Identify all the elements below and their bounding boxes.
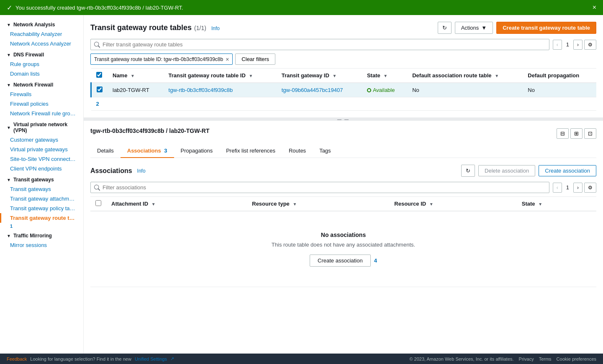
sidebar-item-tgw-attachments[interactable]: Transit gateway attachments [0, 194, 83, 204]
chevron-down-icon: ▼ [481, 25, 487, 31]
status-label: Available [373, 87, 395, 93]
tab-routes[interactable]: Routes [282, 144, 313, 158]
sidebar-section-label: Transit gateways [13, 177, 54, 183]
view-split-horizontal-button[interactable]: ⊟ [557, 128, 569, 139]
col-state-label: State [367, 72, 380, 79]
sidebar-item-tgw-policy-tables[interactable]: Transit gateway policy tables [0, 204, 83, 213]
external-link-icon: ↗ [170, 356, 174, 361]
remove-filter-button[interactable]: × [226, 56, 229, 63]
unified-settings-link[interactable]: Unified Settings [135, 356, 167, 361]
sidebar-item-transit-gateways[interactable]: Transit gateways [0, 184, 83, 194]
sidebar-item-domain-lists[interactable]: Domain lists [0, 69, 83, 79]
detail-tabs: Details Associations 3 Propagations Pref… [90, 144, 596, 158]
sort-icon: ▼ [495, 74, 499, 78]
delete-association-button[interactable]: Delete association [478, 165, 535, 176]
sidebar: ▼ Network Analysis Reachability Analyzer… [0, 15, 84, 354]
cookie-link[interactable]: Cookie preferences [557, 356, 596, 361]
sidebar-section-label: Network Firewall [13, 82, 53, 88]
assoc-refresh-button[interactable]: ↻ [461, 165, 475, 177]
sort-icon: ▼ [249, 74, 253, 78]
chevron-down-icon: ▼ [7, 125, 11, 130]
refresh-button[interactable]: ↻ [438, 22, 452, 34]
empty-state-title: No associations [104, 232, 583, 238]
create-association-button-header[interactable]: Create association [539, 165, 596, 176]
sidebar-section-dns-firewall[interactable]: ▼ DNS Firewall [0, 48, 83, 59]
sidebar-section-network-firewall[interactable]: ▼ Network Firewall [0, 79, 83, 89]
select-all-checkbox[interactable] [96, 72, 102, 78]
create-route-table-button[interactable]: Create transit gateway route table [496, 22, 596, 34]
actions-button[interactable]: Actions ▼ [455, 22, 493, 34]
sidebar-item-nfw-rule-groups[interactable]: Network Firewall rule groups [0, 109, 83, 118]
sidebar-item-reachability-analyzer[interactable]: Reachability Analyzer [0, 29, 83, 39]
assoc-prev-page-button[interactable]: ‹ [553, 183, 562, 193]
privacy-link[interactable]: Privacy [519, 356, 534, 361]
resource-title: tgw-rtb-0b3cff03c4f939c8b / lab20-TGW-RT [90, 127, 209, 134]
tab-associations[interactable]: Associations 3 [121, 144, 174, 158]
tab-details[interactable]: Details [90, 144, 121, 158]
prev-page-button[interactable]: ‹ [553, 40, 562, 50]
status-dot-icon [367, 88, 371, 92]
resize-handle[interactable]: — — [84, 117, 603, 121]
sidebar-item-customer-gateways[interactable]: Customer gateways [0, 135, 83, 145]
tab-tags[interactable]: Tags [313, 144, 337, 158]
assoc-filter-row: ‹ 1 › ⚙ [90, 182, 596, 193]
create-association-button-empty[interactable]: Create association [310, 255, 371, 267]
next-page-button[interactable]: › [573, 40, 582, 50]
clear-filters-button[interactable]: Clear filters [235, 53, 275, 65]
success-message: You successfully created tgw-rtb-0b3cff0… [15, 5, 183, 11]
footer-right: © 2023, Amazon Web Services, Inc. or its… [409, 356, 596, 361]
sort-icon: ▼ [429, 202, 434, 206]
sidebar-section-label: Network Analysis [13, 22, 55, 28]
assoc-table-settings-button[interactable]: ⚙ [584, 183, 596, 193]
sidebar-item-firewall-policies[interactable]: Firewall policies [0, 99, 83, 109]
refresh-icon: ↻ [466, 168, 470, 174]
feedback-link[interactable]: Feedback [7, 356, 27, 361]
rtb-id-link[interactable]: tgw-rtb-0b3cff03c4f939c8b [169, 87, 233, 93]
sidebar-section-traffic-mirroring[interactable]: ▼ Traffic Mirroring [0, 229, 83, 240]
associations-table: Attachment ID ▼ Resource type ▼ Resource… [90, 196, 596, 287]
col-resource-id: Resource ID ▼ [389, 197, 516, 211]
sidebar-item-rule-groups[interactable]: Rule groups [0, 59, 83, 69]
chevron-down-icon: ▼ [7, 53, 11, 57]
info-link[interactable]: Info [211, 25, 220, 31]
sidebar-item-tgw-route-tables[interactable]: Transit gateway route tables [0, 213, 83, 223]
col-tgw-id-label: Transit gateway ID [282, 72, 329, 79]
assoc-next-page-button[interactable]: › [573, 183, 582, 193]
col-attachment-id: Attachment ID ▼ [106, 197, 247, 211]
sort-icon: ▼ [131, 74, 135, 78]
sidebar-section-transit-gateways[interactable]: ▼ Transit gateways [0, 173, 83, 184]
sidebar-item-network-access-analyzer[interactable]: Network Access Analyzer [0, 39, 83, 48]
tgw-id-link[interactable]: tgw-09b60a4457bc19407 [282, 87, 343, 93]
table-row-2[interactable]: 2 [91, 97, 597, 111]
view-split-vertical-button[interactable]: ⊞ [570, 128, 582, 139]
col-name: Name ▼ [108, 69, 164, 83]
cell-tgw-id: tgw-09b60a4457bc19407 [277, 83, 362, 97]
chevron-down-icon: ▼ [7, 23, 11, 27]
cell-rtb-id: tgw-rtb-0b3cff03c4f939c8b [164, 83, 277, 97]
sidebar-section-label: DNS Firewall [13, 52, 44, 58]
assoc-search-input[interactable] [90, 182, 549, 193]
tab-propagations[interactable]: Propagations [174, 144, 220, 158]
view-full-button[interactable]: ⊡ [584, 128, 596, 139]
row-checkbox[interactable] [97, 87, 103, 92]
search-input[interactable] [90, 39, 549, 50]
tab-prefix-list[interactable]: Prefix list references [219, 144, 282, 158]
sidebar-item-firewalls[interactable]: Firewalls [0, 89, 83, 99]
terms-link[interactable]: Terms [539, 356, 552, 361]
sidebar-section-vpn[interactable]: ▼ Virtual private network (VPN) [0, 118, 83, 135]
col-name-label: Name [113, 72, 127, 79]
table-settings-button[interactable]: ⚙ [584, 40, 596, 50]
associations-info-link[interactable]: Info [137, 168, 146, 174]
sidebar-item-site-to-site[interactable]: Site-to-Site VPN connections [0, 154, 83, 164]
footer-unified-text: Looking for language selection? Find it … [30, 356, 131, 361]
sidebar-section-network-analysis[interactable]: ▼ Network Analysis [0, 18, 83, 29]
assoc-select-all-checkbox[interactable] [95, 200, 101, 206]
sidebar-item-mirror-sessions[interactable]: Mirror sessions [0, 240, 83, 250]
sidebar-step-badge: 1 [10, 224, 13, 229]
close-banner-button[interactable]: × [593, 4, 596, 11]
col-rtb-id: Transit gateway route table ID ▼ [164, 69, 277, 83]
table-row[interactable]: lab20-TGW-RT tgw-rtb-0b3cff03c4f939c8b t… [91, 83, 597, 97]
step4-badge: 4 [374, 257, 377, 264]
sidebar-item-virtual-private-gateways[interactable]: Virtual private gateways [0, 145, 83, 154]
sidebar-item-client-vpn[interactable]: Client VPN endpoints [0, 164, 83, 173]
